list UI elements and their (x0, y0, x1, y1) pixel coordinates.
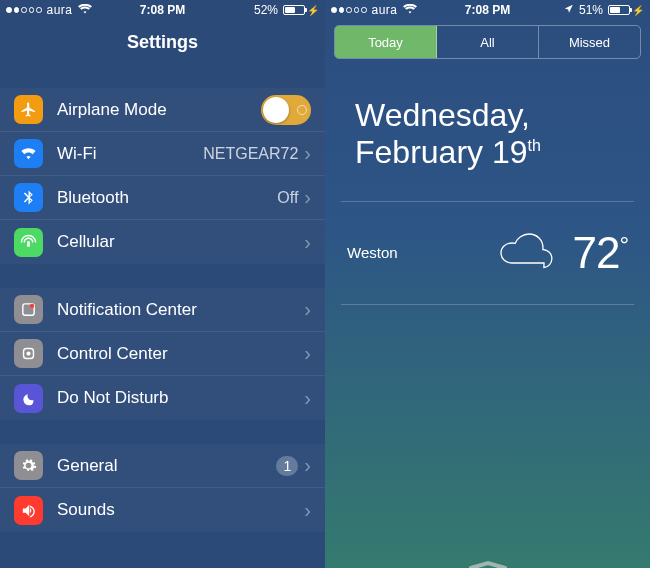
settings-group: General 1 › Sounds › (0, 444, 325, 532)
wifi-icon (78, 3, 92, 17)
row-cellular[interactable]: Cellular › (0, 220, 325, 264)
cellular-icon (14, 228, 43, 257)
bluetooth-icon (14, 183, 43, 212)
settings-screen: aura 7:08 PM 52% ⚡ Settings Airplane Mod… (0, 0, 325, 568)
row-general[interactable]: General 1 › (0, 444, 325, 488)
date-ordinal: th (528, 137, 541, 154)
svg-point-1 (30, 304, 34, 308)
chevron-right-icon: › (304, 387, 311, 410)
row-control-center[interactable]: Control Center › (0, 332, 325, 376)
tab-missed[interactable]: Missed (539, 26, 640, 58)
grabber-handle[interactable] (469, 556, 507, 562)
row-sounds[interactable]: Sounds › (0, 488, 325, 532)
weather-widget[interactable]: Weston 72° (325, 202, 650, 304)
row-do-not-disturb[interactable]: Do Not Disturb › (0, 376, 325, 420)
chevron-right-icon: › (304, 499, 311, 522)
cloud-icon (496, 231, 558, 275)
row-label: Bluetooth (57, 188, 277, 208)
airplane-icon (14, 95, 43, 124)
row-airplane-mode[interactable]: Airplane Mode (0, 88, 325, 132)
wifi-settings-icon (14, 139, 43, 168)
signal-strength-icon (331, 7, 367, 13)
carrier-label: aura (47, 3, 73, 17)
row-notification-center[interactable]: Notification Center › (0, 288, 325, 332)
row-label: Cellular (57, 232, 304, 252)
row-label: Wi-Fi (57, 144, 203, 164)
svg-point-3 (26, 351, 30, 355)
date-weekday: Wednesday, (355, 97, 630, 134)
notification-center-icon (14, 295, 43, 324)
row-label: Control Center (57, 344, 304, 364)
signal-strength-icon (6, 7, 42, 13)
row-wifi[interactable]: Wi-Fi NETGEAR72 › (0, 132, 325, 176)
moon-icon (14, 384, 43, 413)
row-label: Airplane Mode (57, 100, 261, 120)
chevron-right-icon: › (304, 298, 311, 321)
segmented-control: Today All Missed (334, 25, 641, 59)
row-label: General (57, 456, 276, 476)
clock: 7:08 PM (465, 3, 510, 17)
row-value: NETGEAR72 (203, 145, 298, 163)
battery-pct: 51% (579, 3, 603, 17)
notification-center-screen: aura 7:08 PM 51% ⚡ Today All Missed Wedn… (325, 0, 650, 568)
clock: 7:08 PM (140, 3, 185, 17)
row-value: Off (277, 189, 298, 207)
battery-pct: 52% (254, 3, 278, 17)
status-bar: aura 7:08 PM 51% ⚡ (325, 0, 650, 20)
location-icon (564, 3, 574, 17)
chevron-right-icon: › (304, 342, 311, 365)
weather-city: Weston (347, 244, 482, 261)
date-widget: Wednesday, February 19th (325, 59, 650, 201)
airplane-toggle[interactable] (261, 95, 311, 125)
page-title: Settings (0, 20, 325, 64)
battery-icon: ⚡ (608, 5, 644, 16)
tab-today[interactable]: Today (335, 26, 437, 58)
chevron-right-icon: › (304, 231, 311, 254)
divider (341, 304, 634, 305)
date-month-day: February 19th (355, 134, 630, 171)
speaker-icon (14, 496, 43, 525)
chevron-right-icon: › (304, 142, 311, 165)
tab-all[interactable]: All (437, 26, 539, 58)
row-label: Sounds (57, 500, 304, 520)
badge-count: 1 (276, 456, 298, 476)
gear-icon (14, 451, 43, 480)
status-bar: aura 7:08 PM 52% ⚡ (0, 0, 325, 20)
control-center-icon (14, 339, 43, 368)
settings-group: Notification Center › Control Center › D… (0, 288, 325, 420)
settings-group: Airplane Mode Wi-Fi NETGEAR72 › Bluetoot… (0, 88, 325, 264)
row-label: Notification Center (57, 300, 304, 320)
chevron-right-icon: › (304, 454, 311, 477)
row-label: Do Not Disturb (57, 388, 304, 408)
chevron-right-icon: › (304, 186, 311, 209)
row-bluetooth[interactable]: Bluetooth Off › (0, 176, 325, 220)
carrier-label: aura (372, 3, 398, 17)
battery-icon: ⚡ (283, 5, 319, 16)
wifi-icon (403, 3, 417, 17)
weather-temp: 72° (572, 228, 628, 278)
